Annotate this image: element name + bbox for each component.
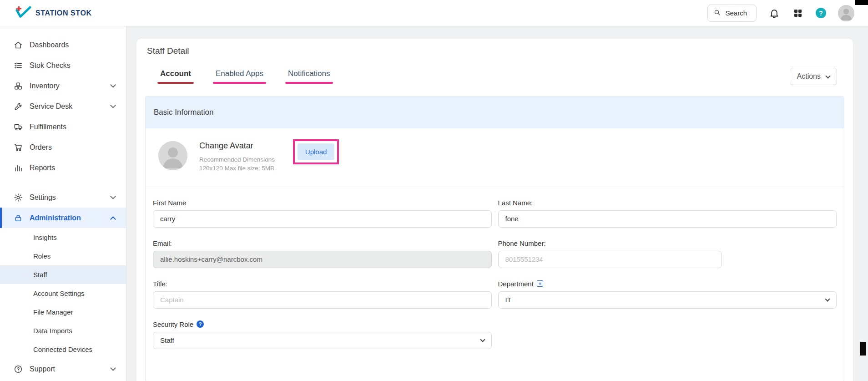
sidebar-item-inventory[interactable]: Inventory <box>0 76 126 96</box>
gear-icon <box>14 193 23 202</box>
actions-dropdown-button[interactable]: Actions <box>790 68 837 85</box>
sidebar-subitem-label: Roles <box>33 252 50 260</box>
sidebar-subitem-insights[interactable]: Insights <box>0 228 126 247</box>
sidebar-item-dashboards[interactable]: Dashboards <box>0 35 126 55</box>
scrollbar-thumb[interactable] <box>860 342 866 356</box>
last-name-label: Last Name: <box>498 199 837 207</box>
help-icon[interactable]: ? <box>816 8 826 18</box>
logo-icon <box>15 5 32 21</box>
sidebar-subitem-account-settings[interactable]: Account Settings <box>0 284 126 303</box>
sidebar-item-label: Service Desk <box>30 102 72 111</box>
screen-artifact-top-right <box>855 0 868 5</box>
sidebar-subitem-connected-devices[interactable]: Connected Devices <box>0 340 126 359</box>
sidebar-item-label: Fulfillments <box>30 123 66 131</box>
sidebar-item-label: Dashboards <box>30 41 69 49</box>
sidebar-item-label: Stok Checks <box>30 61 71 70</box>
sidebar-item-orders[interactable]: Orders <box>0 137 126 157</box>
sidebar-item-fulfillments[interactable]: Fulfillments <box>0 117 126 137</box>
title-field: Title: <box>153 280 492 309</box>
sidebar-subitem-label: Data Imports <box>33 327 72 335</box>
basic-information-section: Basic Information Change Avatar Recommen… <box>145 96 844 381</box>
first-name-label: First Name <box>153 199 492 207</box>
sidebar-item-label: Administration <box>30 214 81 222</box>
sidebar-item-settings[interactable]: Settings <box>0 187 126 208</box>
change-avatar-title: Change Avatar <box>199 141 275 151</box>
search-icon <box>713 9 721 18</box>
sidebar-item-administration[interactable]: Administration <box>0 208 126 228</box>
sidebar-item-reports[interactable]: Reports <box>0 157 126 178</box>
sidebar-subitem-label: Account Settings <box>33 290 85 297</box>
security-role-label: Security Role ? <box>153 320 492 328</box>
sidebar-item-service-desk[interactable]: Service Desk <box>0 96 126 117</box>
chevron-down-icon <box>825 73 830 78</box>
sidebar-subitem-file-manager[interactable]: File Manager <box>0 303 126 321</box>
title-input[interactable] <box>153 291 492 309</box>
department-select[interactable]: IT <box>498 291 837 309</box>
email-input <box>153 251 492 268</box>
tab-notifications[interactable]: Notifications <box>288 69 330 84</box>
logo-text: STATION STOK <box>35 9 92 17</box>
last-name-input[interactable] <box>498 210 837 228</box>
bar-chart-icon <box>14 163 23 173</box>
chevron-down-icon <box>110 82 116 88</box>
change-avatar-row: Change Avatar Recommended Dimensions 120… <box>146 128 844 187</box>
phone-field: Phone Number: <box>498 239 837 268</box>
sidebar-subitem-data-imports[interactable]: Data Imports <box>0 321 126 340</box>
sidebar-subitem-roles[interactable]: Roles <box>0 247 126 265</box>
header-actions: Search ? <box>707 5 854 22</box>
sidebar-item-label: Orders <box>30 143 52 152</box>
avatar-hint: Recommended Dimensions 120x120 Max file … <box>199 156 275 173</box>
chevron-down-icon <box>825 296 830 301</box>
notifications-bell-icon[interactable] <box>768 7 780 19</box>
sidebar-item-label: Inventory <box>30 82 60 90</box>
app-logo[interactable]: STATION STOK <box>15 5 92 21</box>
upload-avatar-button[interactable]: Upload <box>298 143 335 160</box>
tab-enabled-apps[interactable]: Enabled Apps <box>216 69 263 84</box>
boxes-icon <box>14 81 23 91</box>
phone-input[interactable] <box>498 251 722 268</box>
email-label: Email: <box>153 239 492 247</box>
sidebar-subitem-label: Staff <box>33 271 47 279</box>
search-label: Search <box>725 9 747 17</box>
tab-account[interactable]: Account <box>160 69 191 84</box>
section-title: Basic Information <box>146 97 844 128</box>
tab-label: Account <box>160 69 191 78</box>
cart-icon <box>14 143 23 152</box>
actions-label: Actions <box>797 72 821 81</box>
basic-information-form: First Name Last Name: Email: Phone Numbe… <box>146 187 844 381</box>
home-icon <box>14 41 23 50</box>
sidebar-item-support[interactable]: Support <box>0 359 126 379</box>
tab-label: Notifications <box>288 69 330 78</box>
annotation-box: Upload <box>293 139 339 164</box>
checklist-icon <box>14 61 23 70</box>
department-info-icon[interactable]: + <box>537 280 543 287</box>
security-role-select[interactable]: Staff <box>153 332 492 349</box>
user-avatar[interactable] <box>838 5 854 21</box>
search-input[interactable]: Search <box>707 5 757 22</box>
security-role-selected-value: Staff <box>160 336 174 344</box>
staff-detail-card: Staff Detail Account Enabled Apps Notifi… <box>136 39 853 381</box>
department-label: Department + <box>498 280 837 288</box>
department-selected-value: IT <box>505 296 511 304</box>
security-role-field: Security Role ? Staff <box>153 320 492 349</box>
staff-avatar-placeholder <box>158 141 187 170</box>
sidebar: Dashboards Stok Checks Inventory Service… <box>0 26 126 381</box>
truck-icon <box>14 122 23 132</box>
annotation-underline <box>285 82 333 84</box>
wrench-icon <box>14 102 23 111</box>
tab-bar: Account Enabled Apps Notifications Actio… <box>145 68 844 85</box>
avatar-hint-line2: 120x120 Max file size: 5MB <box>199 164 275 173</box>
sidebar-subitem-label: File Manager <box>33 308 73 316</box>
sidebar-subitem-label: Connected Devices <box>33 345 92 353</box>
question-circle-icon <box>14 365 23 374</box>
sidebar-item-stok-checks[interactable]: Stok Checks <box>0 55 126 76</box>
security-role-label-text: Security Role <box>153 320 193 328</box>
security-role-help-icon[interactable]: ? <box>197 320 204 328</box>
sidebar-subitem-staff[interactable]: Staff <box>0 265 126 284</box>
page-title: Staff Detail <box>145 46 844 56</box>
chevron-down-icon <box>110 365 116 371</box>
apps-grid-icon[interactable] <box>792 7 804 19</box>
first-name-input[interactable] <box>153 210 492 228</box>
first-name-field: First Name <box>153 199 492 228</box>
chevron-down-icon <box>480 337 485 342</box>
